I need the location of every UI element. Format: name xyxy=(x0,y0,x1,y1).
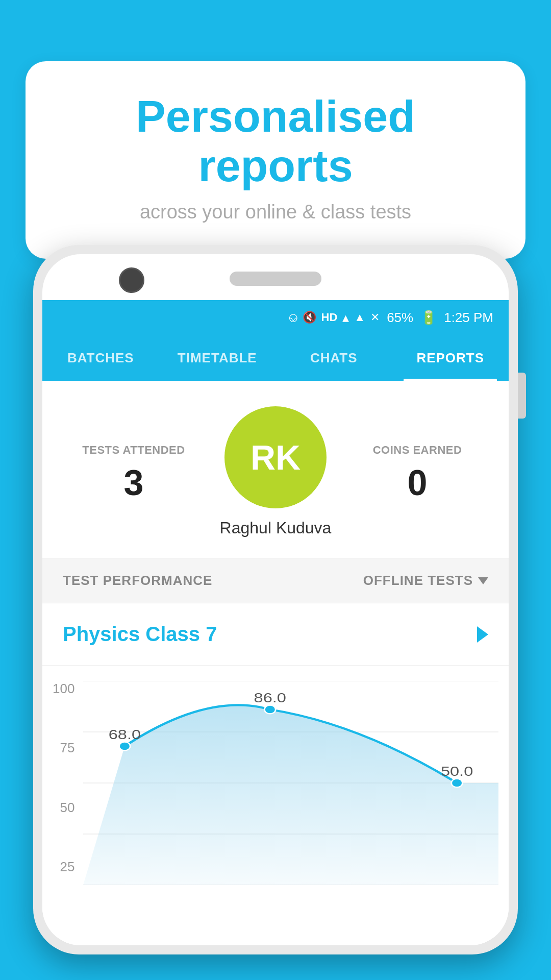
class-name: Physics Class 7 xyxy=(63,623,217,646)
signal-x-icon: ✕ xyxy=(370,311,380,324)
profile-section: TESTS ATTENDED 3 RK Raghul Kuduva COINS … xyxy=(42,381,509,558)
nav-tabs: BATCHES TIMETABLE CHATS REPORTS xyxy=(42,335,509,381)
svg-point-6 xyxy=(264,705,276,714)
chevron-right-icon xyxy=(477,626,488,643)
test-performance-label: TEST PERFORMANCE xyxy=(63,573,212,589)
time-text: 1:25 PM xyxy=(444,310,493,326)
phone-wrapper: ⎉ 🔇 HD ▴ ▲ ✕ 65% 🔋 1:25 PM xyxy=(33,245,518,980)
phone-camera xyxy=(119,267,144,293)
avatar-initials: RK xyxy=(251,437,300,477)
svg-point-7 xyxy=(452,779,463,788)
y-label-75: 75 xyxy=(53,740,74,756)
chart-area: 68.0 86.0 50.0 xyxy=(83,681,498,885)
y-label-50: 50 xyxy=(53,800,74,816)
tests-attended-block: TESTS ATTENDED 3 xyxy=(63,444,205,501)
phone-outer: ⎉ 🔇 HD ▴ ▲ ✕ 65% 🔋 1:25 PM xyxy=(33,245,518,954)
svg-text:68.0: 68.0 xyxy=(109,727,141,742)
bubble-subtitle: across your online & class tests xyxy=(66,201,485,223)
chevron-down-icon xyxy=(478,577,488,584)
hd-icon: HD xyxy=(321,311,338,324)
tests-attended-label: TESTS ATTENDED xyxy=(63,444,205,457)
bluetooth-icon: ⎉ xyxy=(289,310,297,326)
bubble-title: Personalised reports xyxy=(66,92,485,191)
avatar-center: RK Raghul Kuduva xyxy=(205,406,346,537)
chart-svg: 68.0 86.0 50.0 xyxy=(83,681,498,885)
vibrate-icon: 🔇 xyxy=(303,311,316,324)
phone-inner: ⎉ 🔇 HD ▴ ▲ ✕ 65% 🔋 1:25 PM xyxy=(42,254,509,945)
tab-chats[interactable]: CHATS xyxy=(276,335,392,381)
coins-earned-value: 0 xyxy=(346,465,488,501)
status-icons: ⎉ 🔇 HD ▴ ▲ ✕ xyxy=(289,310,380,326)
screen: ⎉ 🔇 HD ▴ ▲ ✕ 65% 🔋 1:25 PM xyxy=(42,300,509,945)
y-label-100: 100 xyxy=(53,681,74,697)
y-label-25: 25 xyxy=(53,859,74,875)
status-bar: ⎉ 🔇 HD ▴ ▲ ✕ 65% 🔋 1:25 PM xyxy=(42,300,509,335)
coins-earned-label: COINS EARNED xyxy=(346,444,488,457)
filter-dropdown[interactable]: OFFLINE TESTS xyxy=(363,573,488,589)
avatar: RK xyxy=(224,406,327,508)
coins-earned-block: COINS EARNED 0 xyxy=(346,444,488,501)
battery-text: 65% xyxy=(387,310,413,326)
tests-attended-value: 3 xyxy=(63,465,205,501)
tab-timetable[interactable]: TIMETABLE xyxy=(159,335,276,381)
svg-text:50.0: 50.0 xyxy=(441,765,473,779)
chart-container: 100 75 50 25 xyxy=(42,666,509,921)
user-name: Raghul Kuduva xyxy=(220,519,332,537)
wifi-icon: ▴ xyxy=(342,310,349,326)
section-header: TEST PERFORMANCE OFFLINE TESTS xyxy=(42,558,509,603)
svg-point-5 xyxy=(119,742,131,751)
svg-text:86.0: 86.0 xyxy=(254,691,286,705)
tab-batches[interactable]: BATCHES xyxy=(42,335,159,381)
speech-bubble: Personalised reports across your online … xyxy=(26,61,525,259)
phone-speaker xyxy=(230,272,321,286)
physics-class-row[interactable]: Physics Class 7 xyxy=(42,603,509,666)
tab-reports[interactable]: REPORTS xyxy=(392,335,509,381)
chart-y-labels: 100 75 50 25 xyxy=(53,681,74,875)
filter-label: OFFLINE TESTS xyxy=(363,573,473,589)
battery-icon: 🔋 xyxy=(420,310,437,326)
signal-icon: ▲ xyxy=(354,311,365,324)
phone-side-button xyxy=(518,373,526,419)
